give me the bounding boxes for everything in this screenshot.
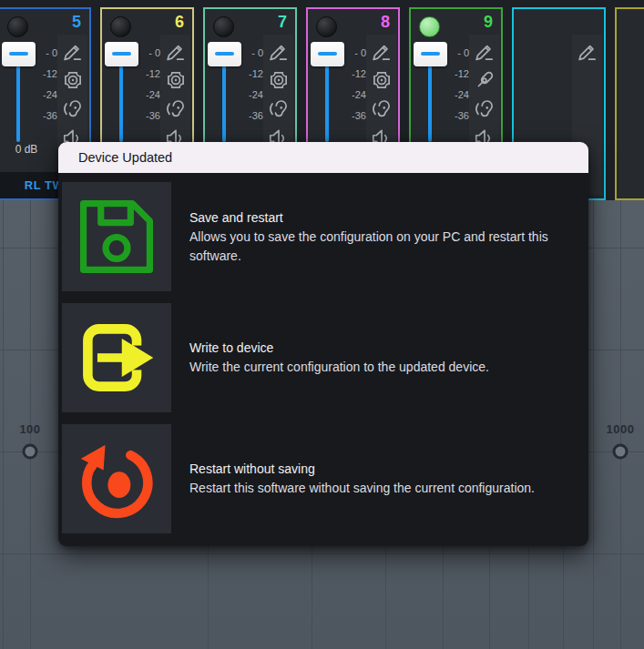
option-save-and-restart[interactable]: Save and restart Allows you to save the … [62,182,576,291]
fader-handle[interactable] [105,42,138,66]
option-save-text: Save and restart Allows you to save the … [189,208,576,266]
fader-scale-tick: - 0 [445,47,469,58]
frequency-label: 1000 [593,422,644,436]
option-description: Allows you to save the configuration on … [189,228,576,266]
ear-icon[interactable] [164,97,188,121]
option-title: Write to device [189,339,489,358]
channel-number: 7 [278,13,287,32]
fader-scale-tick: - 0 [34,47,57,58]
eq-node-handle[interactable] [613,444,629,460]
fader-scale-tick: -24 [445,89,469,100]
option-restart-text: Restart without saving Restart this soft… [189,460,535,498]
fader-track[interactable] [119,56,123,142]
fader-scale-tick: - 0 [240,47,263,58]
fader-handle[interactable] [208,42,241,66]
speaker-icon[interactable] [164,68,188,92]
option-save-tile[interactable] [62,182,171,291]
pencil-icon[interactable] [164,39,188,63]
fader-scale-tick: -24 [137,89,160,100]
device-updated-dialog: Device Updated Save and restart Allows y… [58,142,588,546]
fader-track[interactable] [325,56,329,142]
channel-number: 8 [381,13,390,32]
fader-scale-tick: -36 [34,110,57,121]
write-to-device-icon [75,316,158,400]
fader-scale-tick: -12 [137,68,160,79]
ear-icon[interactable] [61,97,85,121]
fader-scale-tick: -12 [240,68,263,79]
ear-icon[interactable] [473,97,496,121]
speaker-icon[interactable] [61,68,85,92]
pencil-icon[interactable] [267,39,291,63]
dialog-title: Device Updated [78,150,172,165]
channel-led-off [7,16,28,37]
option-write-to-device[interactable]: Write to device Write the current config… [62,303,576,412]
option-write-text: Write to device Write the current config… [189,339,489,377]
option-restart-without-saving[interactable]: Restart without saving Restart this soft… [62,424,576,533]
fader-scale-tick: -36 [342,110,366,121]
fader-scale-tick: -36 [445,110,469,121]
fader-scale-tick: -24 [34,89,57,100]
connector-icon[interactable] [473,68,496,92]
ear-icon[interactable] [267,97,291,121]
fader-scale-tick: -36 [240,110,263,121]
channel-led-off [316,16,337,37]
dialog-title-bar: Device Updated [58,142,588,173]
floppy-disk-icon [75,195,158,279]
channel-number: 9 [484,13,493,32]
pencil-icon[interactable] [61,39,85,63]
channel-number: 5 [72,13,81,32]
restart-icon [75,437,158,521]
channel-number: 6 [175,13,184,32]
fader-scale-tick: - 0 [137,47,160,58]
option-restart-tile[interactable] [62,424,171,533]
pencil-icon[interactable] [473,39,496,63]
fader-track[interactable] [222,56,226,142]
fader-track[interactable] [428,56,432,142]
fader-handle[interactable] [311,42,344,66]
fader-handle[interactable] [414,42,447,66]
pencil-icon[interactable] [370,39,394,63]
eq-node-handle[interactable] [23,444,38,460]
option-description: Restart this software without saving the… [189,479,535,498]
fader-value-label: 0 dB [1,143,52,156]
option-description: Write the current configuration to the u… [189,358,489,377]
fader-scale-tick: -12 [342,68,366,79]
fader-handle[interactable] [2,42,36,66]
option-title: Restart without saving [189,460,535,479]
fader-scale-tick: -12 [34,68,57,79]
option-write-tile[interactable] [62,303,171,412]
plot-gridline-horizontal [0,553,644,554]
speaker-icon[interactable] [370,68,394,92]
pencil-icon[interactable] [576,39,599,63]
fader-scale-tick: -36 [137,110,160,121]
speaker-icon[interactable] [267,68,291,92]
dialog-body: Save and restart Allows you to save the … [58,173,588,533]
fader-scale-tick: -24 [342,89,366,100]
channel-led-on [419,16,440,37]
channel-extra-6 [615,7,644,200]
frequency-label: 100 [3,422,57,436]
fader-scale-tick: -12 [445,68,469,79]
option-title: Save and restart [189,208,576,228]
fader-scale-tick: - 0 [342,47,366,58]
fader-scale-tick: -24 [240,89,263,100]
channel-led-off [110,16,131,37]
fader-track[interactable] [16,56,20,142]
channel-led-off [213,16,234,37]
ear-icon[interactable] [370,97,394,121]
